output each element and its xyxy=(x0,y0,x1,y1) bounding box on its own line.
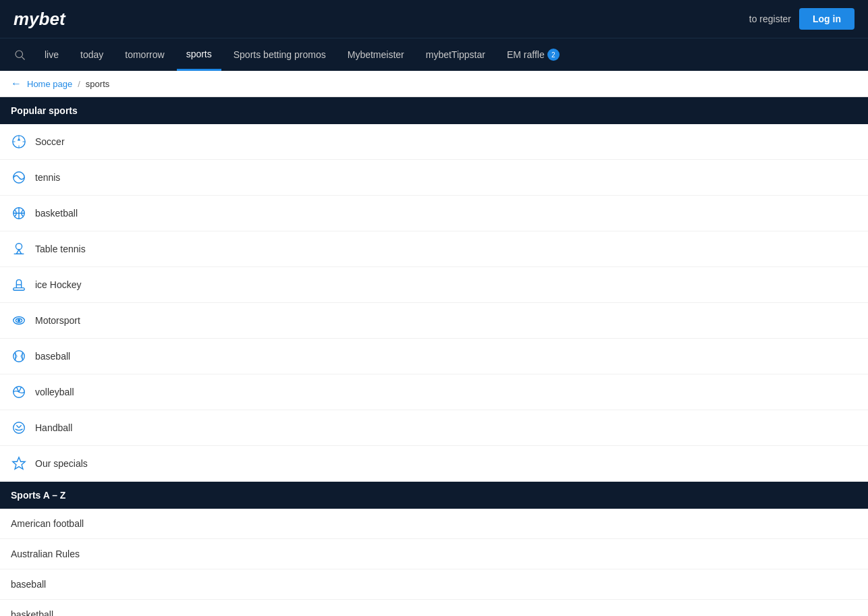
sport-name-soccer: Soccer xyxy=(35,136,65,147)
nav-promos[interactable]: Sports betting promos xyxy=(224,38,335,71)
logo[interactable]: mybet xyxy=(13,9,65,30)
az-item-australian-rules[interactable]: Australian Rules xyxy=(0,539,868,569)
sport-name-table-tennis: Table tennis xyxy=(35,244,86,254)
sport-item-baseball[interactable]: baseball xyxy=(0,339,868,374)
header-right: to register Log in xyxy=(749,8,855,30)
sport-name-motorsport: Motorsport xyxy=(35,315,80,326)
table-tennis-icon xyxy=(11,241,27,257)
sport-name-baseball: baseball xyxy=(35,351,70,362)
az-item-basketball[interactable]: basketball xyxy=(0,600,868,616)
breadcrumb-current: sports xyxy=(86,79,109,89)
search-icon[interactable] xyxy=(7,38,32,71)
header: mybet to register Log in xyxy=(0,0,868,38)
sport-item-soccer[interactable]: Soccer xyxy=(0,124,868,160)
nav-sports[interactable]: sports xyxy=(177,38,221,71)
svg-rect-8 xyxy=(13,288,25,291)
svg-point-11 xyxy=(18,320,20,322)
sport-item-handball[interactable]: Handball xyxy=(0,410,868,446)
nav-mybetmeister[interactable]: Mybetmeister xyxy=(338,38,414,71)
sport-item-tennis[interactable]: tennis xyxy=(0,160,868,196)
sports-az-header: Sports A – Z xyxy=(0,482,868,509)
nav-live[interactable]: live xyxy=(35,38,68,71)
az-item-baseball[interactable]: baseball xyxy=(0,569,868,600)
sport-item-basketball[interactable]: basketball xyxy=(0,196,868,231)
volleyball-icon xyxy=(11,384,27,400)
basketball-icon xyxy=(11,205,27,221)
sport-name-our-specials: Our specials xyxy=(35,458,88,469)
breadcrumb-home[interactable]: Home page xyxy=(27,79,72,89)
logo-my: my xyxy=(13,9,39,29)
nav-today[interactable]: today xyxy=(71,38,113,71)
svg-marker-15 xyxy=(13,457,25,469)
our-specials-icon xyxy=(11,455,27,472)
svg-line-1 xyxy=(22,57,24,59)
tennis-icon xyxy=(11,169,27,186)
handball-icon xyxy=(11,420,27,436)
popular-sports-header: Popular sports xyxy=(0,97,868,124)
svg-point-12 xyxy=(13,351,25,362)
login-button[interactable]: Log in xyxy=(799,8,855,30)
nav-tomorrow[interactable]: tomorrow xyxy=(115,38,173,71)
sport-item-table-tennis[interactable]: Table tennis xyxy=(0,231,868,267)
sport-name-tennis: tennis xyxy=(35,172,60,183)
svg-marker-3 xyxy=(18,138,20,141)
sport-item-our-specials[interactable]: Our specials xyxy=(0,446,868,482)
baseball-icon xyxy=(11,348,27,364)
svg-point-0 xyxy=(16,51,23,58)
breadcrumb: ← Home page / sports xyxy=(0,71,868,97)
sport-item-ice-hockey[interactable]: ice Hockey xyxy=(0,267,868,303)
sport-name-handball: Handball xyxy=(35,422,72,433)
logo-bet: bet xyxy=(39,9,65,29)
emraffle-badge: 2 xyxy=(547,49,560,61)
back-arrow[interactable]: ← xyxy=(11,78,22,90)
breadcrumb-separator: / xyxy=(78,79,80,89)
nav-emraffle[interactable]: EM raffle 2 xyxy=(497,38,569,71)
soccer-icon xyxy=(11,134,27,150)
ice-hockey-icon xyxy=(11,277,27,293)
register-link[interactable]: to register xyxy=(749,13,791,24)
nav-mybettippstar[interactable]: mybetTippstar xyxy=(416,38,495,71)
sport-name-ice-hockey: ice Hockey xyxy=(35,279,81,290)
sport-name-basketball: basketball xyxy=(35,208,78,219)
sport-item-motorsport[interactable]: Motorsport xyxy=(0,303,868,339)
sport-name-volleyball: volleyball xyxy=(35,387,74,397)
az-item-american-football[interactable]: American football xyxy=(0,509,868,539)
main-nav: live today tomorrow sports Sports bettin… xyxy=(0,38,868,71)
sport-item-volleyball[interactable]: volleyball xyxy=(0,374,868,410)
motorsport-icon xyxy=(11,312,27,329)
